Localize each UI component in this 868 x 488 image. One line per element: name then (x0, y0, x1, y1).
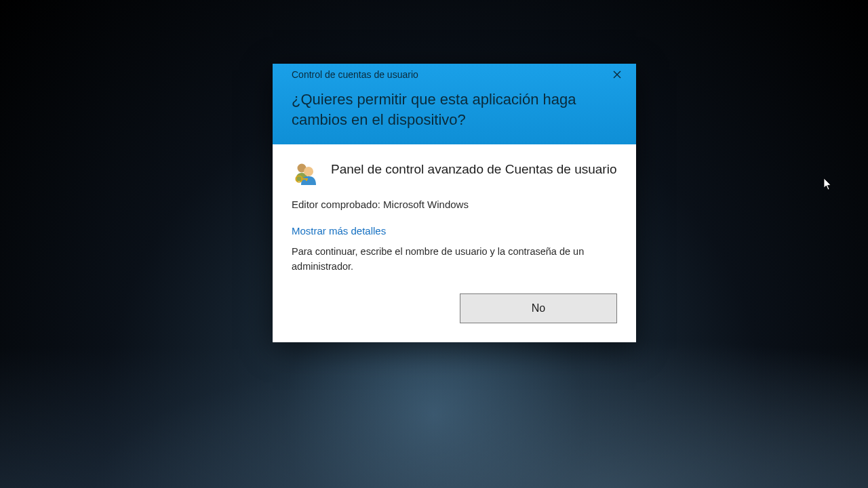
user-accounts-icon (292, 161, 319, 188)
app-info-row: Panel de control avanzado de Cuentas de … (292, 161, 617, 188)
admin-credentials-instruction: Para continuar, escribe el nombre de usu… (292, 245, 617, 274)
dialog-title: Control de cuentas de usuario (292, 69, 418, 80)
show-details-link[interactable]: Mostrar más detalles (292, 225, 386, 237)
uac-question: ¿Quieres permitir que esta aplicación ha… (273, 83, 636, 144)
svg-rect-6 (306, 178, 307, 181)
titlebar: Control de cuentas de usuario (273, 64, 636, 83)
dialog-body: Panel de control avanzado de Cuentas de … (273, 144, 636, 342)
dialog-header: Control de cuentas de usuario ¿Quieres p… (273, 64, 636, 144)
button-row: No (292, 293, 617, 323)
svg-point-3 (304, 167, 313, 176)
close-icon (613, 70, 621, 79)
close-button[interactable] (604, 66, 631, 83)
uac-dialog: Control de cuentas de usuario ¿Quieres p… (273, 64, 636, 342)
no-button[interactable]: No (460, 293, 617, 323)
app-name: Panel de control avanzado de Cuentas de … (331, 161, 616, 179)
mouse-cursor (823, 178, 833, 191)
publisher-line: Editor comprobado: Microsoft Windows (292, 199, 617, 210)
